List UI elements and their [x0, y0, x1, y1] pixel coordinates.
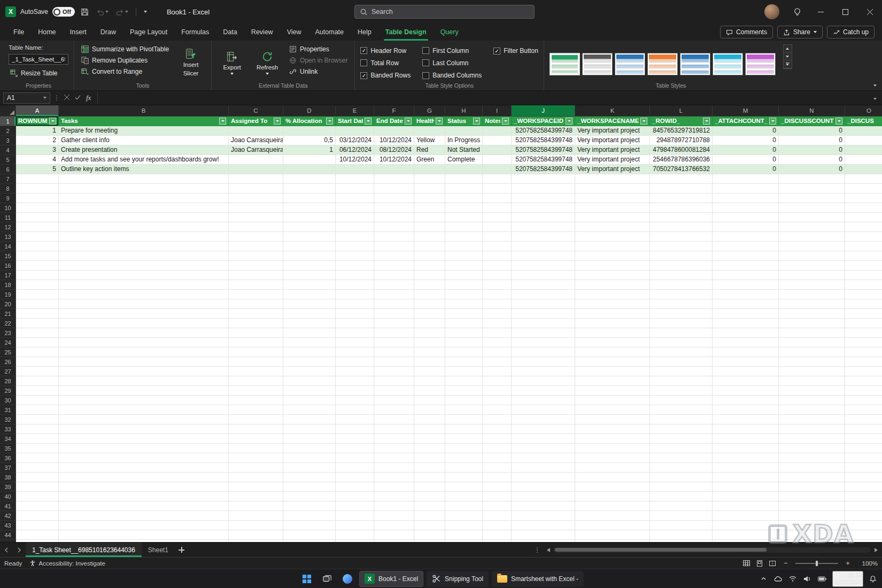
tips-button[interactable]: [786, 0, 808, 24]
cell-C22[interactable]: [229, 319, 283, 328]
cell-K28[interactable]: [575, 376, 650, 386]
cell-C8[interactable]: [229, 184, 283, 194]
cell-J16[interactable]: [512, 261, 575, 270]
row-header-29[interactable]: 29: [0, 386, 16, 396]
cell-A14[interactable]: [16, 242, 59, 251]
cell-H41[interactable]: [445, 501, 483, 511]
cell-D23[interactable]: [283, 328, 336, 338]
cell-O12[interactable]: [845, 222, 882, 232]
filter-button-status[interactable]: [473, 118, 480, 125]
cell-O3[interactable]: [845, 136, 882, 145]
resize-table-button[interactable]: Resize Table: [9, 68, 68, 78]
cell-F27[interactable]: [374, 367, 414, 376]
cell-N7[interactable]: [779, 174, 845, 184]
row-header-20[interactable]: 20: [0, 299, 16, 309]
cell-K27[interactable]: [575, 367, 650, 376]
cell-F30[interactable]: [374, 396, 414, 405]
cell-K37[interactable]: [575, 463, 650, 473]
cell-K3[interactable]: Very important project: [575, 136, 650, 145]
ribbon-tab-help[interactable]: Help: [351, 24, 378, 41]
cell-F1[interactable]: End Date: [374, 117, 414, 126]
cell-C21[interactable]: [229, 309, 283, 319]
ribbon-tab-automate[interactable]: Automate: [308, 24, 351, 41]
cell-M42[interactable]: [713, 511, 779, 521]
cell-J37[interactable]: [512, 463, 575, 473]
row-header-3[interactable]: 3: [0, 136, 16, 145]
cell-O37[interactable]: [845, 463, 882, 473]
row-header-16[interactable]: 16: [0, 261, 16, 270]
cell-E15[interactable]: [336, 251, 374, 261]
cell-I32[interactable]: [483, 415, 512, 424]
cell-C43[interactable]: [229, 521, 283, 530]
cell-B1[interactable]: Tasks: [59, 117, 229, 126]
cell-K13[interactable]: [575, 232, 650, 242]
cell-B43[interactable]: [59, 521, 229, 530]
cell-A2[interactable]: 1: [16, 126, 59, 136]
cell-N38[interactable]: [779, 473, 845, 482]
cell-D40[interactable]: [283, 492, 336, 501]
cell-F12[interactable]: [374, 222, 414, 232]
cell-L44[interactable]: [650, 530, 713, 540]
cell-I25[interactable]: [483, 347, 512, 357]
cell-L9[interactable]: [650, 194, 713, 203]
cell-G43[interactable]: [414, 521, 445, 530]
cell-O21[interactable]: [845, 309, 882, 319]
gallery-scroll-down-button[interactable]: [784, 53, 792, 61]
cell-E35[interactable]: [336, 444, 374, 453]
cell-A29[interactable]: [16, 386, 59, 396]
cell-K6[interactable]: Very important project: [575, 165, 650, 174]
row-header-34[interactable]: 34: [0, 434, 16, 444]
cell-C24[interactable]: [229, 338, 283, 347]
column-header-B[interactable]: B: [59, 105, 229, 117]
cell-F6[interactable]: [374, 165, 414, 174]
cell-K23[interactable]: [575, 328, 650, 338]
cell-B31[interactable]: [59, 405, 229, 415]
cell-E8[interactable]: [336, 184, 374, 194]
cell-D22[interactable]: [283, 319, 336, 328]
cell-K44[interactable]: [575, 530, 650, 540]
cell-F17[interactable]: [374, 270, 414, 280]
cell-J6[interactable]: 5207582584399748: [512, 165, 575, 174]
cell-G26[interactable]: [414, 357, 445, 367]
cell-F5[interactable]: 10/12/2024: [374, 155, 414, 165]
cell-F23[interactable]: [374, 328, 414, 338]
cell-E40[interactable]: [336, 492, 374, 501]
cell-F10[interactable]: [374, 203, 414, 213]
column-header-M[interactable]: M: [713, 105, 779, 117]
row-header-8[interactable]: 8: [0, 184, 16, 194]
cell-O34[interactable]: [845, 434, 882, 444]
cell-O14[interactable]: [845, 242, 882, 251]
cell-G20[interactable]: [414, 299, 445, 309]
cell-I37[interactable]: [483, 463, 512, 473]
cell-N32[interactable]: [779, 415, 845, 424]
battery-button[interactable]: [817, 575, 827, 583]
cell-D6[interactable]: [283, 165, 336, 174]
cell-O1[interactable]: _DISCUS: [845, 117, 882, 126]
cell-E11[interactable]: [336, 213, 374, 222]
cell-M5[interactable]: 0: [713, 155, 779, 165]
cell-M19[interactable]: [713, 290, 779, 299]
cell-L18[interactable]: [650, 280, 713, 290]
cell-J30[interactable]: [512, 396, 575, 405]
cell-M4[interactable]: 0: [713, 145, 779, 155]
cell-O31[interactable]: [845, 405, 882, 415]
page-layout-view-button[interactable]: [756, 560, 763, 567]
cell-D8[interactable]: [283, 184, 336, 194]
cell-H2[interactable]: [445, 126, 483, 136]
cell-I20[interactable]: [483, 299, 512, 309]
row-header-33[interactable]: 33: [0, 424, 16, 434]
normal-view-button[interactable]: [742, 560, 751, 567]
sheet-tab-1-task-sheet-6985101623644036[interactable]: 1_Task Sheet__6985101623644036: [26, 543, 142, 557]
cell-A31[interactable]: [16, 405, 59, 415]
clock[interactable]: 11:33 11/12/2024: [832, 571, 863, 587]
cell-B18[interactable]: [59, 280, 229, 290]
cell-A24[interactable]: [16, 338, 59, 347]
cell-K32[interactable]: [575, 415, 650, 424]
cell-A25[interactable]: [16, 347, 59, 357]
cell-L37[interactable]: [650, 463, 713, 473]
cell-D17[interactable]: [283, 270, 336, 280]
cell-L34[interactable]: [650, 434, 713, 444]
filter-button-tasks[interactable]: [219, 118, 226, 125]
cell-K40[interactable]: [575, 492, 650, 501]
cell-L10[interactable]: [650, 203, 713, 213]
